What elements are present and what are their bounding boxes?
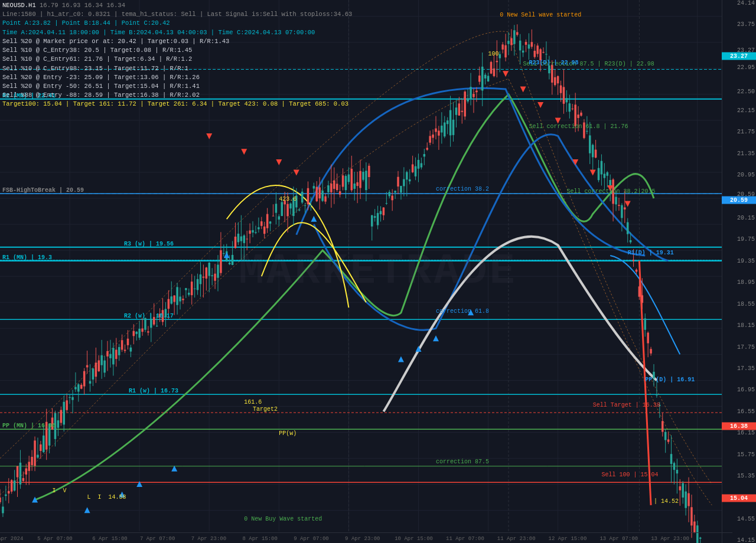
time-tick: 13 Apr 23:00 <box>651 536 689 542</box>
time-tick: 7 Apr 07:00 <box>140 536 175 542</box>
price-tick: 17.35 <box>737 365 755 371</box>
time-axis: 4 Apr 20245 Apr 07:006 Apr 15:007 Apr 07… <box>0 532 732 543</box>
price-box: 16.38 <box>722 423 756 430</box>
price-axis: 24.1423.7523.2722.9522.5022.1521.7521.35… <box>722 0 756 543</box>
price-tick: 16.95 <box>737 387 755 393</box>
price-tick: 15.75 <box>737 451 755 457</box>
price-tick: 19.75 <box>737 236 755 243</box>
price-tick: 24.14 <box>737 0 755 6</box>
info-panel: NEOUSD.H1 16.79 16.93 16.34 16.34 Line:1… <box>2 1 352 109</box>
info-line4: Sell %20 @ Market price or at: 20.42 | T… <box>2 37 352 46</box>
info-line9: Sell %20 @ Entry -50: 26.51 | Target:15.… <box>2 82 352 91</box>
price-tick: 22.95 <box>737 64 755 70</box>
price-box: 23.27 <box>722 52 756 60</box>
info-line5: Sell %10 @ C_Entry38: 20.5 | Target:0.08… <box>2 46 352 55</box>
price-tick: 23.75 <box>737 21 755 27</box>
price-tick: 14.15 <box>737 537 755 543</box>
price-tick: 21.35 <box>737 150 755 156</box>
time-tick: 6 Apr 15:00 <box>92 536 127 542</box>
time-tick: 12 Apr 15:00 <box>549 536 587 542</box>
info-line10: Sell %88 @ Entry -88: 28.59 | Target:16.… <box>2 91 352 100</box>
info-line6: Sell %10 @ C_Entry61: 21.76 | Target:6.3… <box>2 55 352 64</box>
time-tick: 11 Apr 07:00 <box>446 536 484 542</box>
time-tick: 9 Apr 23:00 <box>345 536 380 542</box>
price-tick: 19.35 <box>737 257 755 264</box>
price-tick: 16.55 <box>737 408 755 414</box>
price-tick: 18.55 <box>737 300 755 307</box>
info-line11: Target100: 15.04 | Target 161: 11.72 | T… <box>2 100 352 109</box>
price-tick: 14.55 <box>737 516 755 522</box>
ohlc: 16.79 16.93 16.34 16.34 <box>40 2 125 9</box>
time-tick: 5 Apr 07:00 <box>37 536 72 542</box>
price-tick: 20.15 <box>737 214 755 221</box>
time-tick: 9 Apr 07:00 <box>294 536 328 542</box>
price-tick: 18.95 <box>737 279 755 286</box>
time-tick: 7 Apr 23:00 <box>191 536 226 542</box>
price-tick: 22.15 <box>737 107 755 113</box>
price-tick: 22.50 <box>737 88 755 94</box>
time-tick: 4 Apr 2024 <box>0 536 23 542</box>
info-line8: Sell %20 @ Entry -23: 25.09 | Target:13.… <box>2 73 352 82</box>
symbol: NEOUSD.H1 <box>2 2 36 9</box>
info-line2: Point A:23.82 | Point B:18.44 | Point C:… <box>2 19 352 28</box>
info-line7: Sell %10 @ C_Entry88: 23.15 | Target:11.… <box>2 64 352 73</box>
price-tick: 20.95 <box>737 172 755 178</box>
price-tick: 21.75 <box>737 129 755 135</box>
info-line1: Line:1580 | h1_atr_c0: 0.8321 | tema_h1_… <box>2 10 352 19</box>
info-line3: Time A:2024.04.11 18:00:00 | Time B:2024… <box>2 28 352 37</box>
price-box: 20.59 <box>722 196 756 204</box>
time-tick: 8 Apr 15:00 <box>242 536 277 542</box>
price-tick: 16.15 <box>737 430 755 436</box>
price-box: 15.04 <box>722 495 756 502</box>
time-tick: 11 Apr 23:00 <box>497 536 536 542</box>
symbol-line: NEOUSD.H1 16.79 16.93 16.34 16.34 <box>2 1 352 10</box>
time-tick: 10 Apr 15:00 <box>395 536 433 542</box>
price-tick: 15.35 <box>737 473 755 479</box>
price-tick: 17.75 <box>737 344 755 350</box>
price-tick: 18.15 <box>737 322 755 329</box>
time-tick: 13 Apr 07:00 <box>599 536 638 542</box>
chart-container: MARKETRADE NEOUSD.H1 16.79 16.93 16.34 1… <box>0 0 756 543</box>
